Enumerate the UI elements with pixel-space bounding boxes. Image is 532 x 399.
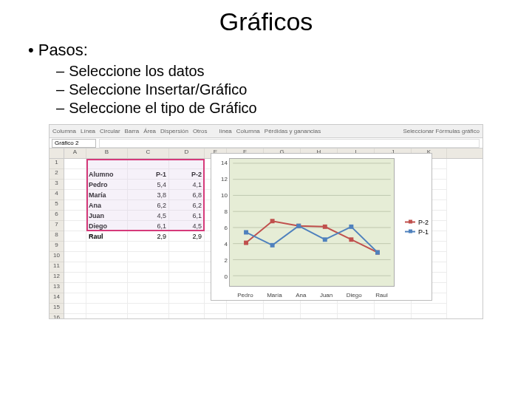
cell[interactable]: 6,2: [169, 200, 205, 211]
cell[interactable]: Pedro: [86, 180, 128, 190]
cell[interactable]: [128, 293, 169, 304]
cell[interactable]: [169, 252, 205, 262]
cell[interactable]: María: [86, 190, 128, 200]
cell[interactable]: 2,9: [169, 231, 205, 242]
cell[interactable]: [128, 252, 169, 262]
cell[interactable]: [128, 304, 169, 314]
cell[interactable]: [169, 242, 205, 252]
cell[interactable]: [64, 169, 86, 180]
cell[interactable]: [169, 283, 205, 293]
cell[interactable]: P-2: [169, 169, 205, 180]
cell[interactable]: [64, 242, 86, 252]
cell[interactable]: [264, 304, 301, 314]
cell[interactable]: [64, 283, 86, 293]
cell[interactable]: [264, 314, 301, 319]
cell[interactable]: [128, 314, 169, 319]
cell[interactable]: Juan: [86, 211, 128, 221]
cell[interactable]: [128, 283, 169, 293]
row-header[interactable]: 6: [50, 211, 64, 221]
cell[interactable]: [64, 314, 86, 319]
cell[interactable]: [128, 242, 169, 252]
worksheet[interactable]: ABCDEFGHIJK AlumnoP-1P-2Pedro5,44,1María…: [64, 149, 482, 318]
cell[interactable]: 2,9: [128, 231, 169, 242]
cell[interactable]: [64, 211, 86, 221]
cell[interactable]: [412, 314, 447, 319]
cell[interactable]: 6,1: [128, 221, 169, 231]
column-header[interactable]: D: [169, 149, 205, 158]
cell[interactable]: [128, 262, 169, 273]
cell[interactable]: [375, 304, 412, 314]
row-header[interactable]: 11: [50, 262, 64, 273]
cell[interactable]: [86, 159, 128, 169]
cell[interactable]: 3,8: [128, 190, 169, 200]
cell[interactable]: [301, 314, 338, 319]
cell[interactable]: Raul: [86, 231, 128, 242]
cell[interactable]: [86, 262, 128, 273]
cell[interactable]: Ana: [86, 200, 128, 211]
cell[interactable]: 6,2: [128, 200, 169, 211]
cell[interactable]: [169, 262, 205, 273]
row-header[interactable]: 10: [50, 252, 64, 262]
row-header[interactable]: 1: [50, 159, 64, 169]
row-header[interactable]: 4: [50, 190, 64, 200]
chart-object[interactable]: PedroMaríaAnaJuanDiegoRaul P-2 P-1 02468…: [211, 153, 432, 301]
cell[interactable]: [205, 304, 227, 314]
cell[interactable]: [375, 314, 412, 319]
cell[interactable]: [86, 283, 128, 293]
cell[interactable]: [86, 314, 128, 319]
cell[interactable]: 6,8: [169, 190, 205, 200]
cell[interactable]: [301, 304, 338, 314]
cell[interactable]: [64, 231, 86, 242]
cell[interactable]: [412, 304, 447, 314]
cell[interactable]: [86, 293, 128, 304]
cell[interactable]: [169, 304, 205, 314]
cell[interactable]: [227, 314, 264, 319]
cell[interactable]: [205, 314, 227, 319]
row-header[interactable]: 15: [50, 304, 64, 314]
row-header[interactable]: 8: [50, 231, 64, 242]
cell[interactable]: 4,5: [169, 221, 205, 231]
column-header[interactable]: A: [64, 149, 86, 158]
cell[interactable]: [64, 304, 86, 314]
cell[interactable]: [64, 221, 86, 231]
row-header[interactable]: 3: [50, 180, 64, 190]
cell[interactable]: [64, 180, 86, 190]
cell[interactable]: [128, 159, 169, 169]
cell[interactable]: [64, 273, 86, 283]
name-box[interactable]: Gráfico 2: [52, 139, 96, 148]
cell[interactable]: [169, 314, 205, 319]
cell[interactable]: [64, 262, 86, 273]
cell[interactable]: 4,1: [169, 180, 205, 190]
row-header[interactable]: 9: [50, 242, 64, 252]
cell[interactable]: [86, 252, 128, 262]
row-header[interactable]: 5: [50, 200, 64, 211]
cell[interactable]: Alumno: [86, 169, 128, 180]
cell[interactable]: [169, 159, 205, 169]
cell[interactable]: [64, 252, 86, 262]
cell[interactable]: [86, 273, 128, 283]
cell[interactable]: [338, 314, 375, 319]
cell[interactable]: [64, 159, 86, 169]
row-header[interactable]: 7: [50, 221, 64, 231]
cell[interactable]: [128, 273, 169, 283]
row-header[interactable]: 12: [50, 273, 64, 283]
cell[interactable]: [86, 242, 128, 252]
cell[interactable]: [64, 293, 86, 304]
cell[interactable]: [227, 304, 264, 314]
cell[interactable]: [169, 273, 205, 283]
cell[interactable]: [338, 304, 375, 314]
row-header[interactable]: 13: [50, 283, 64, 293]
cell[interactable]: Diego: [86, 221, 128, 231]
column-header[interactable]: C: [128, 149, 169, 158]
cell[interactable]: [64, 200, 86, 211]
cell[interactable]: 5,4: [128, 180, 169, 190]
cell[interactable]: [86, 304, 128, 314]
row-header[interactable]: 14: [50, 293, 64, 304]
column-header[interactable]: B: [86, 149, 128, 158]
cell[interactable]: P-1: [128, 169, 169, 180]
cell[interactable]: 4,5: [128, 211, 169, 221]
cell[interactable]: 6,1: [169, 211, 205, 221]
cell[interactable]: [169, 293, 205, 304]
formula-input[interactable]: [99, 139, 480, 148]
cell[interactable]: [64, 190, 86, 200]
